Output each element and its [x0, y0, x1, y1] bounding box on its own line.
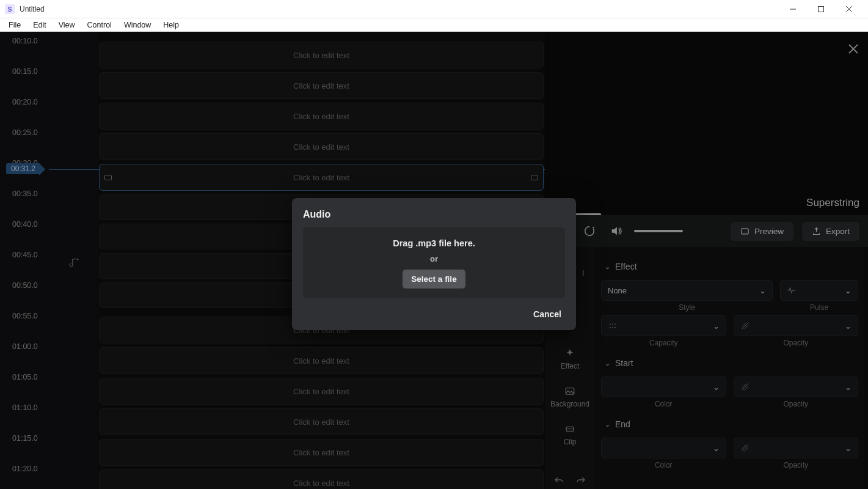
modal-overlay: Audio Drag .mp3 file here. or Select a f…: [0, 32, 868, 489]
dropzone-drag-text: Drag .mp3 file here.: [393, 238, 475, 248]
menu-help[interactable]: Help: [157, 20, 185, 31]
select-file-button[interactable]: Select a file: [403, 270, 465, 289]
menu-edit[interactable]: Edit: [27, 20, 53, 31]
window-maximize-button[interactable]: [807, 0, 835, 18]
audio-modal: Audio Drag .mp3 file here. or Select a f…: [292, 198, 576, 330]
window-minimize-button[interactable]: [779, 0, 807, 18]
menu-view[interactable]: View: [53, 20, 81, 31]
app-icon: S: [5, 4, 15, 14]
audio-dropzone[interactable]: Drag .mp3 file here. or Select a file: [303, 227, 565, 298]
window-titlebar: S Untitled: [0, 0, 868, 18]
menu-window[interactable]: Window: [118, 20, 157, 31]
svg-rect-0: [819, 6, 824, 12]
dropzone-or-text: or: [430, 254, 438, 263]
cancel-button[interactable]: Cancel: [530, 307, 565, 322]
menu-file[interactable]: File: [2, 20, 27, 31]
audio-modal-title: Audio: [303, 209, 565, 220]
menu-control[interactable]: Control: [81, 20, 118, 31]
window-close-button[interactable]: [835, 0, 863, 18]
window-title: Untitled: [20, 5, 779, 13]
menu-bar: File Edit View Control Window Help: [0, 18, 868, 32]
